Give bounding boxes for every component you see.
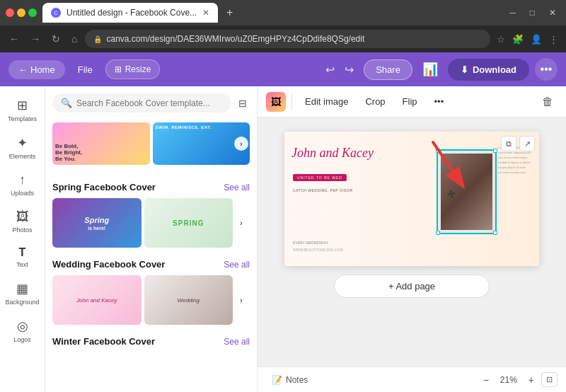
main-layout: ⊞ Templates ✦ Elements ↑ Uploads 🖼 Photo… [0, 86, 566, 392]
sidebar-item-uploads[interactable]: ↑ Uploads [3, 167, 42, 202]
templates-icon: ⊞ [17, 98, 28, 113]
address-bar: ← → ↻ ⌂ 🔒 canva.com/design/DAE36WMIrwo/u… [0, 25, 566, 52]
undo-btn[interactable]: ↩ [321, 60, 339, 79]
lock-element-btn[interactable]: ↗ [519, 136, 535, 151]
cover-website[interactable]: WWW.BEAUTYONCOOK.COM [293, 248, 343, 252]
notes-btn[interactable]: 📝 Notes [266, 372, 313, 388]
canvas-wrapper: John and Kacey united to be wed CATCH WE… [284, 132, 539, 298]
canvas-bottom-bar: 📝 Notes − 21% + ⊡ [258, 367, 566, 392]
menu-icon[interactable]: ⋮ [547, 32, 560, 47]
spring-next-btn[interactable]: › [234, 216, 248, 230]
featured-section: Be Bold,Be Bright,Be You. SWIM. REMINISC… [45, 117, 257, 176]
bookmark-icon[interactable]: ☆ [495, 32, 507, 47]
redo-btn[interactable]: ↪ [340, 60, 358, 79]
right-line-5: magna aliqua Ut enim [498, 166, 533, 169]
url-text: canva.com/design/DAE36WMIrwo/uZ0EmgHPYz4… [106, 34, 364, 44]
sidebar-item-text[interactable]: T Text [3, 241, 42, 274]
wedding-header: Wedding Facebook Cover See all [52, 259, 250, 270]
cursor-icon: ✛ [446, 188, 457, 200]
cover-tagline[interactable]: CATCH WEDDING, PEP VIGOR [293, 188, 353, 192]
wedding-card-1[interactable]: John and Kacey [52, 275, 142, 325]
selected-element-icon: 🖼 [266, 92, 286, 112]
new-tab-btn[interactable]: + [226, 6, 233, 19]
resize-btn[interactable]: ⊞ Resize [105, 59, 161, 79]
sidebar-item-background[interactable]: ▦ Background [3, 275, 42, 311]
featured-next-btn[interactable]: › [234, 137, 248, 151]
share-btn[interactable]: Share [364, 59, 412, 80]
sidebar-item-photos[interactable]: 🖼 Photos [3, 204, 42, 239]
lock-icon: 🔒 [93, 35, 102, 43]
extension-icon[interactable]: 🧩 [510, 32, 526, 47]
download-btn[interactable]: ⬇ Download [448, 59, 529, 81]
zoom-out-btn[interactable]: − [480, 373, 492, 387]
duplicate-element-btn[interactable]: ⧉ [501, 136, 516, 151]
cover-title[interactable]: John and Kacey [291, 146, 374, 161]
zoom-controls: − 21% + ⊡ [480, 372, 558, 387]
minimize-os-btn[interactable]: ─ [505, 6, 520, 19]
address-input[interactable]: 🔒 canva.com/design/DAE36WMIrwo/uZ0EmgHPY… [85, 30, 490, 48]
spring-grid: Spring is here! SPRING › [52, 198, 250, 248]
templates-panel: 🔍 ⊟ Be Bold,Be Bright,Be You. SWIM. REMI… [45, 86, 258, 392]
uploads-label: Uploads [11, 190, 34, 197]
spring-card-2-text: SPRING [170, 217, 207, 230]
os-window-controls[interactable]: ─ □ ✕ [505, 6, 560, 19]
home-btn[interactable]: ← Home [8, 60, 65, 79]
templates-label: Templates [8, 115, 37, 122]
minimize-window-btn[interactable] [17, 8, 25, 17]
handle-top-left[interactable] [436, 149, 440, 153]
fit-to-screen-btn[interactable]: ⊡ [541, 372, 558, 387]
spring-section: Spring Facebook Cover See all Spring is … [45, 176, 257, 253]
wedding-next-btn[interactable]: › [234, 293, 248, 307]
winter-section: Winter Facebook Cover See all [45, 330, 257, 358]
canvas-scroll[interactable]: John and Kacey united to be wed CATCH WE… [258, 117, 566, 367]
spring-title: Spring Facebook Cover [52, 182, 156, 192]
sidebar-item-logos[interactable]: ◎ Logos [3, 313, 42, 349]
profile-icon[interactable]: 👤 [529, 32, 544, 47]
notes-label: Notes [286, 375, 308, 385]
download-label: Download [473, 64, 516, 75]
spring-card-2[interactable]: SPRING [144, 198, 233, 248]
delete-element-btn[interactable]: 🗑 [538, 93, 558, 111]
cover-details[interactable]: EVERY WEDNESDAY [293, 241, 328, 245]
winter-title: Winter Facebook Cover [52, 336, 155, 347]
wedding-see-all[interactable]: See all [224, 260, 250, 270]
sidebar-item-elements[interactable]: ✦ Elements [3, 129, 42, 166]
cover-subtitle[interactable]: united to be wed [293, 174, 347, 181]
window-controls[interactable] [6, 8, 37, 17]
right-line-4: incididunt labore et dolore [498, 161, 533, 164]
photo-selection-box[interactable] [437, 149, 497, 234]
maximize-window-btn[interactable] [28, 8, 37, 17]
close-window-btn[interactable] [6, 8, 14, 17]
refresh-btn[interactable]: ↻ [48, 30, 64, 47]
winter-header: Winter Facebook Cover See all [52, 336, 250, 347]
forward-btn[interactable]: → [27, 30, 44, 47]
more-options-btn[interactable]: ••• [535, 58, 558, 81]
text-label: Text [16, 261, 28, 268]
crop-btn[interactable]: Crop [358, 92, 392, 111]
winter-see-all[interactable]: See all [224, 337, 250, 347]
sidebar-item-templates[interactable]: ⊞ Templates [3, 92, 42, 128]
file-btn[interactable]: File [71, 60, 100, 79]
browser-tab[interactable]: C Untitled design - Facebook Cove... ✕ [42, 3, 218, 23]
more-tools-btn[interactable]: ••• [427, 92, 451, 111]
tab-close-btn[interactable]: ✕ [202, 8, 209, 18]
canvas-page[interactable]: John and Kacey united to be wed CATCH WE… [284, 132, 539, 266]
filter-btn[interactable]: ⊟ [236, 95, 250, 112]
analytics-btn[interactable]: 📊 [418, 59, 442, 80]
back-btn[interactable]: ← [6, 30, 23, 47]
wedding-grid: John and Kacey Wedding › [52, 275, 250, 325]
close-os-btn[interactable]: ✕ [545, 6, 560, 19]
add-page-btn[interactable]: + Add page [334, 275, 490, 298]
canvas-area: 🖼 Edit image Crop Flip ••• 🗑 John and Ka… [258, 86, 566, 392]
search-wrapper[interactable]: 🔍 [52, 93, 231, 113]
spring-card-1[interactable]: Spring is here! [52, 198, 142, 248]
featured-card-1[interactable]: Be Bold,Be Bright,Be You. [52, 122, 150, 165]
flip-btn[interactable]: Flip [395, 92, 424, 111]
search-input[interactable] [76, 98, 223, 108]
spring-see-all[interactable]: See all [224, 183, 250, 192]
wedding-card-2[interactable]: Wedding [144, 275, 233, 325]
zoom-in-btn[interactable]: + [526, 373, 537, 387]
edit-image-btn[interactable]: Edit image [298, 92, 355, 111]
home-page-btn[interactable]: ⌂ [68, 30, 81, 47]
restore-os-btn[interactable]: □ [526, 6, 539, 19]
